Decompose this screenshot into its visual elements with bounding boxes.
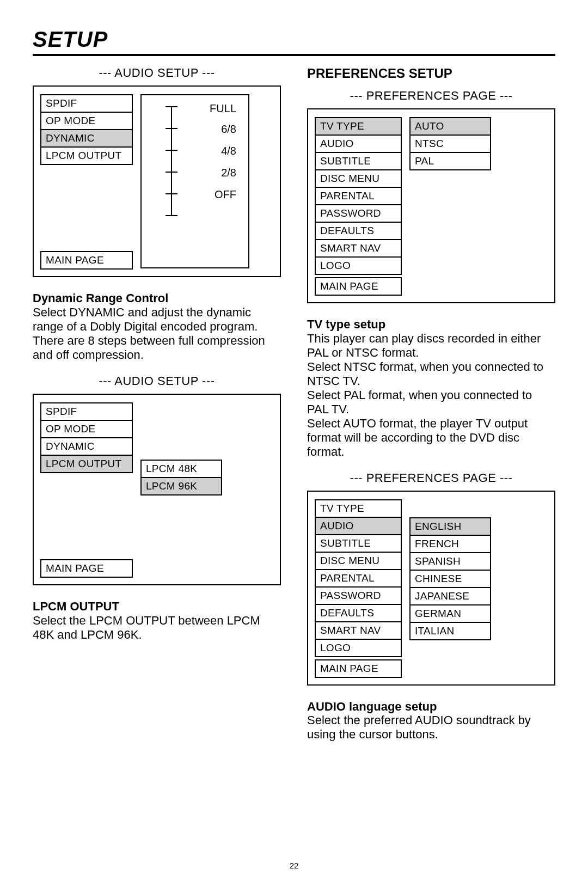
menu-item-logo[interactable]: LOGO xyxy=(315,639,402,657)
drc-heading: Dynamic Range Control xyxy=(33,291,168,305)
option-spanish[interactable]: SPANISH xyxy=(409,552,491,571)
slider-tick xyxy=(166,150,177,151)
page-title: SETUP xyxy=(33,27,555,52)
menu-item-password[interactable]: PASSWORD xyxy=(315,204,402,223)
menu-item-subtitle[interactable]: SUBTITLE xyxy=(315,534,402,553)
menu-item-defaults[interactable]: DEFAULTS xyxy=(315,222,402,240)
menu-item-password[interactable]: PASSWORD xyxy=(315,586,402,605)
audio-setup-title-1: --- AUDIO SETUP --- xyxy=(33,66,281,80)
slider-tick xyxy=(166,128,177,129)
menu-item-tvtype[interactable]: TV TYPE xyxy=(315,117,402,136)
slider-label-4-8: 4/8 xyxy=(221,145,236,157)
option-pal[interactable]: PAL xyxy=(409,152,491,170)
left-column: --- AUDIO SETUP --- SPDIF OP MODE DYNAMI… xyxy=(33,66,281,742)
option-english[interactable]: ENGLISH xyxy=(409,517,491,536)
page-number: 22 xyxy=(290,861,299,870)
slider-tick xyxy=(166,172,177,173)
slider-label-6-8: 6/8 xyxy=(221,123,236,136)
menu-item-opmode[interactable]: OP MODE xyxy=(40,420,133,438)
option-italian[interactable]: ITALIAN xyxy=(409,622,491,640)
menu-item-opmode[interactable]: OP MODE xyxy=(40,112,133,130)
slider-tick xyxy=(166,193,177,194)
drc-body: Select DYNAMIC and adjust the dynamic ra… xyxy=(33,305,265,362)
pref-page-title-2: --- PREFERENCES PAGE --- xyxy=(307,471,555,485)
menu-item-discmenu[interactable]: DISC MENU xyxy=(315,169,402,188)
pref-page-title-1: --- PREFERENCES PAGE --- xyxy=(307,89,555,103)
menu-item-mainpage[interactable]: MAIN PAGE xyxy=(40,251,133,270)
lpcm-heading: LPCM OUTPUT xyxy=(33,599,119,613)
menu-item-discmenu[interactable]: DISC MENU xyxy=(315,552,402,570)
lpcm-body: Select the LPCM OUTPUT between LPCM 48K … xyxy=(33,614,260,641)
menu-item-mainpage[interactable]: MAIN PAGE xyxy=(40,559,133,578)
option-japanese[interactable]: JAPANESE xyxy=(409,587,491,605)
menu-item-dynamic[interactable]: DYNAMIC xyxy=(40,437,133,456)
slider-tick xyxy=(166,215,177,216)
menu-item-spdif[interactable]: SPDIF xyxy=(40,94,133,113)
pref-panel-2: TV TYPE AUDIO SUBTITLE DISC MENU PARENTA… xyxy=(307,491,555,686)
menu-item-lpcm[interactable]: LPCM OUTPUT xyxy=(40,146,133,165)
slider-label-full: FULL xyxy=(210,102,236,115)
menu-item-parental[interactable]: PARENTAL xyxy=(315,569,402,588)
pref-setup-heading: PREFERENCES SETUP xyxy=(307,66,555,81)
slider-tick xyxy=(166,106,177,107)
menu-item-parental[interactable]: PARENTAL xyxy=(315,187,402,205)
title-rule xyxy=(33,54,555,56)
right-column: PREFERENCES SETUP --- PREFERENCES PAGE -… xyxy=(307,66,555,742)
option-french[interactable]: FRENCH xyxy=(409,535,491,553)
slider-label-off: OFF xyxy=(215,188,236,201)
audio-setup-panel-1: SPDIF OP MODE DYNAMIC LPCM OUTPUT MAIN P… xyxy=(33,85,281,277)
menu-item-audio[interactable]: AUDIO xyxy=(315,517,402,535)
menu-item-smartnav[interactable]: SMART NAV xyxy=(315,239,402,258)
menu-item-subtitle[interactable]: SUBTITLE xyxy=(315,152,402,170)
audio-setup-panel-2: SPDIF OP MODE DYNAMIC LPCM OUTPUT MAIN P… xyxy=(33,394,281,585)
menu-item-defaults[interactable]: DEFAULTS xyxy=(315,604,402,622)
menu-item-lpcm[interactable]: LPCM OUTPUT xyxy=(40,455,133,473)
dynamic-slider[interactable]: FULL 6/8 4/8 2/8 OFF xyxy=(140,94,249,268)
pref-panel-1: TV TYPE AUDIO SUBTITLE DISC MENU PARENTA… xyxy=(307,108,555,303)
audio-setup-title-2: --- AUDIO SETUP --- xyxy=(33,374,281,388)
menu-item-spdif[interactable]: SPDIF xyxy=(40,402,133,421)
option-lpcm96k[interactable]: LPCM 96K xyxy=(140,477,222,495)
menu-item-mainpage[interactable]: MAIN PAGE xyxy=(315,659,402,678)
tv-type-body: This player can play discs recorded in e… xyxy=(307,332,543,458)
option-auto[interactable]: AUTO xyxy=(409,117,491,136)
audio-lang-body: Select the preferred AUDIO soundtrack by… xyxy=(307,713,531,741)
tv-type-heading: TV type setup xyxy=(307,317,385,331)
menu-item-smartnav[interactable]: SMART NAV xyxy=(315,621,402,640)
slider-track xyxy=(171,106,172,215)
menu-item-audio[interactable]: AUDIO xyxy=(315,134,402,153)
option-chinese[interactable]: CHINESE xyxy=(409,570,491,588)
slider-label-2-8: 2/8 xyxy=(221,167,236,179)
menu-item-tvtype[interactable]: TV TYPE xyxy=(315,499,402,518)
audio-lang-heading: AUDIO language setup xyxy=(307,700,437,713)
option-german[interactable]: GERMAN xyxy=(409,604,491,623)
option-ntsc[interactable]: NTSC xyxy=(409,134,491,153)
menu-item-mainpage[interactable]: MAIN PAGE xyxy=(315,277,402,296)
menu-item-logo[interactable]: LOGO xyxy=(315,256,402,275)
option-lpcm48k[interactable]: LPCM 48K xyxy=(140,460,222,478)
menu-item-dynamic[interactable]: DYNAMIC xyxy=(40,129,133,148)
